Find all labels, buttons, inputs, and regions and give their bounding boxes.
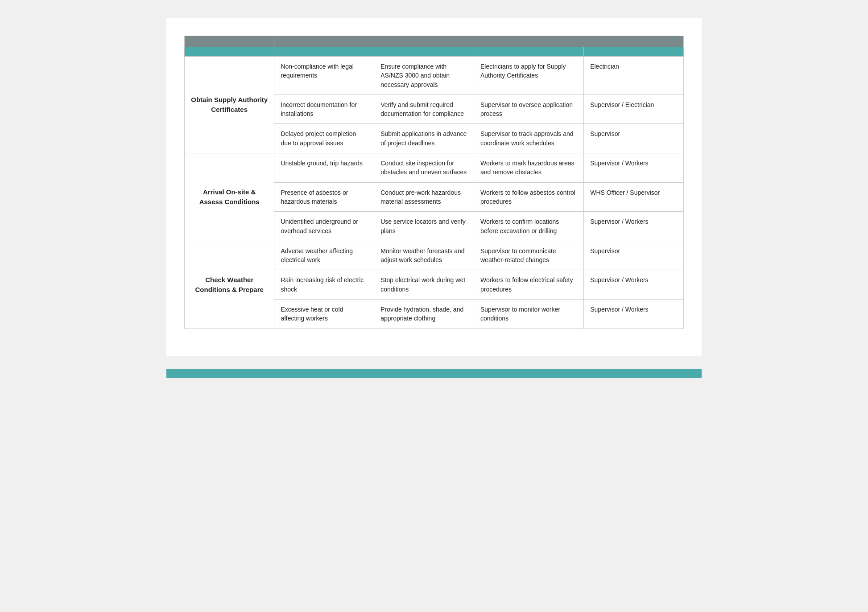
hazard-cell: Adverse weather affecting electrical wor…: [274, 241, 374, 270]
responsible-cell: Supervisor / Workers: [584, 153, 684, 183]
hazard-cell: Incorrect documentation for installation…: [274, 94, 374, 124]
top-header-hazards: [274, 36, 374, 47]
page-container: Obtain Supply Authority CertificatesNon-…: [166, 18, 702, 356]
responsible-cell: Supervisor / Workers: [584, 270, 684, 300]
table-row: Arrival On-site & Assess ConditionsUnsta…: [185, 153, 684, 183]
top-header-controls: [374, 36, 684, 47]
bottom-bar: [166, 369, 702, 378]
task-cell: Check Weather Conditions & Prepare: [185, 241, 274, 329]
implementation-cell: Supervisor to track approvals and coordi…: [474, 124, 584, 153]
responsible-cell: Supervisor / Electrician: [584, 94, 684, 124]
top-header-tasks: [185, 36, 274, 47]
implementation-cell: Supervisor to oversee application proces…: [474, 94, 584, 124]
responsible-cell: Electrician: [584, 57, 684, 95]
hazard-cell: Unidentified underground or overhead ser…: [274, 212, 374, 241]
hazard-cell: Delayed project completion due to approv…: [274, 124, 374, 153]
responsible-cell: WHS Officer / Supervisor: [584, 182, 684, 212]
hazard-cell: Non-compliance with legal requirements: [274, 57, 374, 95]
hazard-cell: Unstable ground, trip hazards: [274, 153, 374, 183]
table-row: Obtain Supply Authority CertificatesNon-…: [185, 57, 684, 95]
task-cell: Obtain Supply Authority Certificates: [185, 57, 274, 153]
hazard-cell: Excessive heat or cold affecting workers: [274, 300, 374, 329]
control-cell: Conduct pre-work hazardous material asse…: [374, 182, 474, 212]
control-cell: Verify and submit required documentation…: [374, 94, 474, 124]
top-header-row: [185, 36, 684, 47]
implementation-cell: Electricians to apply for Supply Authori…: [474, 57, 584, 95]
task-cell: Arrival On-site & Assess Conditions: [185, 153, 274, 241]
risk-table: Obtain Supply Authority CertificatesNon-…: [184, 36, 684, 329]
hazard-cell: Rain increasing risk of electric shock: [274, 270, 374, 300]
implementation-cell: Supervisor to monitor worker conditions: [474, 300, 584, 329]
sub-header-responsible: [584, 47, 684, 57]
responsible-cell: Supervisor: [584, 241, 684, 270]
table-row: Check Weather Conditions & PrepareAdvers…: [185, 241, 684, 270]
responsible-cell: Supervisor / Workers: [584, 300, 684, 329]
control-cell: Submit applications in advance of projec…: [374, 124, 474, 153]
control-cell: Monitor weather forecasts and adjust wor…: [374, 241, 474, 270]
sub-header-hazard-list: [274, 47, 374, 57]
control-cell: Use service locators and verify plans: [374, 212, 474, 241]
implementation-cell: Workers to mark hazardous areas and remo…: [474, 153, 584, 183]
responsible-cell: Supervisor / Workers: [584, 212, 684, 241]
control-cell: Conduct site inspection for obstacles an…: [374, 153, 474, 183]
implementation-cell: Workers to follow asbestos control proce…: [474, 182, 584, 212]
implementation-cell: Workers to follow electrical safety proc…: [474, 270, 584, 300]
table-body: Obtain Supply Authority CertificatesNon-…: [185, 57, 684, 329]
control-cell: Ensure compliance with AS/NZS 3000 and o…: [374, 57, 474, 95]
sub-header-hrcw: [185, 47, 274, 57]
sub-header-implementation: [474, 47, 584, 57]
implementation-cell: Workers to confirm locations before exca…: [474, 212, 584, 241]
implementation-cell: Supervisor to communicate weather-relate…: [474, 241, 584, 270]
sub-header-control-measure: [374, 47, 474, 57]
control-cell: Provide hydration, shade, and appropriat…: [374, 300, 474, 329]
sub-header-row: [185, 47, 684, 57]
hazard-cell: Presence of asbestos or hazardous materi…: [274, 182, 374, 212]
control-cell: Stop electrical work during wet conditio…: [374, 270, 474, 300]
responsible-cell: Supervisor: [584, 124, 684, 153]
